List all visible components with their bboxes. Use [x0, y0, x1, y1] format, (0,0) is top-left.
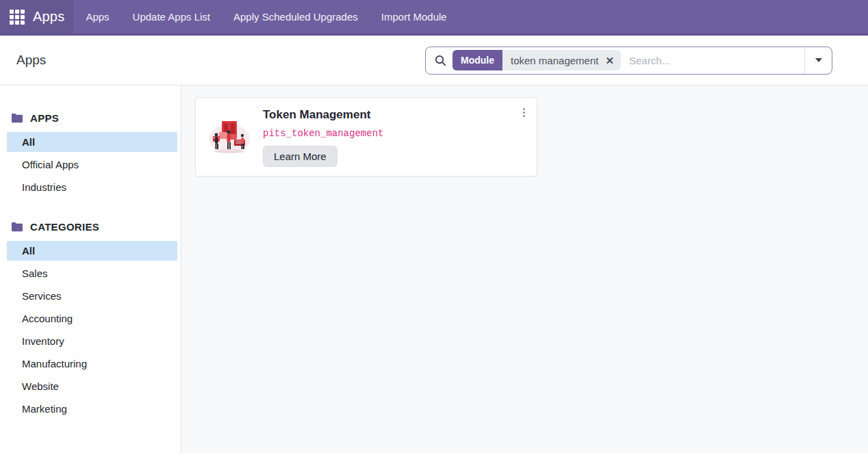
chevron-down-icon: [815, 58, 822, 62]
app-illustration: [207, 117, 252, 157]
sidebar-header-categories: CATEGORIES: [0, 215, 181, 238]
sidebar-header-apps: APPS: [0, 106, 181, 129]
search-icon: [426, 54, 452, 67]
folder-icon: [11, 113, 23, 123]
sidebar-header-apps-label: APPS: [30, 112, 59, 124]
app-technical-name[interactable]: pits_token_management: [263, 128, 383, 139]
sidebar-section-categories: CATEGORIES All Sales Services Accounting…: [0, 215, 181, 419]
control-panel: Apps Module token management ✕: [0, 36, 868, 86]
sidebar-item-apps-all[interactable]: All: [7, 132, 177, 152]
nav-item-update-apps-list[interactable]: Update Apps List: [121, 0, 222, 34]
filters-sidebar: APPS All Official Apps Industries CATEGO…: [0, 86, 181, 453]
facet-category-badge: Module: [452, 50, 502, 70]
sidebar-item-marketing[interactable]: Marketing: [7, 399, 177, 419]
sidebar-item-sales[interactable]: Sales: [7, 263, 177, 283]
breadcrumb: Apps: [16, 53, 46, 68]
sidebar-item-services[interactable]: Services: [7, 286, 177, 306]
search-facet: Module token management ✕: [452, 50, 621, 70]
apps-menu-brand[interactable]: Apps: [0, 0, 74, 34]
sidebar-item-official-apps[interactable]: Official Apps: [7, 155, 177, 174]
sidebar-item-industries[interactable]: Industries: [7, 177, 177, 197]
sidebar-item-accounting[interactable]: Accounting: [7, 309, 177, 328]
sidebar-section-apps: APPS All Official Apps Industries: [0, 106, 181, 197]
sidebar-item-website[interactable]: Website: [7, 376, 177, 396]
nav-item-apply-scheduled-upgrades[interactable]: Apply Scheduled Upgrades: [222, 0, 370, 34]
apps-grid-icon: [10, 10, 25, 25]
search-input[interactable]: [621, 55, 804, 66]
sidebar-item-inventory[interactable]: Inventory: [7, 331, 177, 351]
sidebar-item-categories-all[interactable]: All: [7, 241, 177, 261]
top-navbar: Apps Apps Update Apps List Apply Schedul…: [0, 0, 868, 36]
nav-item-apps[interactable]: Apps: [74, 0, 120, 34]
nav-item-import-module[interactable]: Import Module: [370, 0, 459, 34]
sidebar-header-categories-label: CATEGORIES: [30, 221, 99, 233]
navbar-menu: Apps Update Apps List Apply Scheduled Up…: [74, 0, 458, 34]
folder-icon: [11, 222, 23, 232]
sidebar-item-manufacturing[interactable]: Manufacturing: [7, 354, 177, 374]
learn-more-button[interactable]: Learn More: [263, 146, 337, 167]
facet-value: token management ✕: [502, 50, 621, 70]
app-title: Token Management: [263, 108, 383, 122]
app-info: Token Management pits_token_management L…: [263, 107, 383, 167]
app-card-token-management[interactable]: Token Management pits_token_management L…: [195, 97, 537, 177]
card-kebab-menu-icon[interactable]: [518, 105, 530, 120]
apps-kanban-area: Token Management pits_token_management L…: [181, 86, 868, 453]
search-options-toggle[interactable]: [804, 47, 832, 74]
facet-value-text: token management: [511, 55, 598, 66]
search-bar[interactable]: Module token management ✕: [425, 47, 832, 75]
facet-remove-icon[interactable]: ✕: [605, 55, 614, 66]
brand-label: Apps: [33, 9, 64, 25]
